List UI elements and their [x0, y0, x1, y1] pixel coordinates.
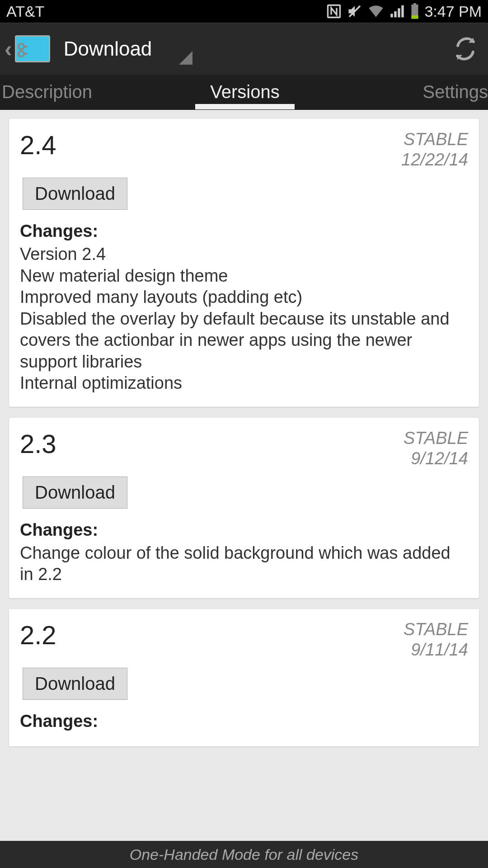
svg-rect-4 — [398, 8, 400, 17]
download-button[interactable]: Download — [23, 668, 127, 700]
footer-bar: One-Handed Mode for all devices — [0, 841, 488, 868]
release-date: 9/11/14 — [404, 640, 468, 660]
wifi-icon — [367, 4, 385, 19]
battery-icon — [410, 3, 420, 19]
changes-heading: Changes: — [20, 520, 468, 540]
tab-bar: Description Versions Settings — [0, 75, 488, 110]
status-icons: 3:47 PM — [326, 3, 482, 20]
clock-label: 3:47 PM — [424, 3, 482, 20]
stability-label: STABLE — [404, 429, 468, 448]
tab-versions[interactable]: Versions — [164, 75, 326, 109]
svg-rect-2 — [391, 14, 393, 17]
status-bar: AT&T 3:47 PM — [0, 0, 488, 23]
refresh-button[interactable] — [452, 35, 479, 62]
download-button[interactable]: Download — [23, 178, 127, 210]
changes-heading: Changes: — [20, 222, 468, 241]
versions-list[interactable]: 2.4 STABLE 12/22/14 Download Changes: Ve… — [0, 110, 488, 841]
action-bar: ‹ Download — [0, 23, 488, 75]
nfc-icon — [326, 3, 342, 19]
version-card: 2.4 STABLE 12/22/14 Download Changes: Ve… — [9, 119, 479, 407]
tab-settings[interactable]: Settings — [326, 75, 488, 109]
svg-point-9 — [19, 44, 24, 49]
tab-description-label: Description — [2, 82, 92, 102]
svg-rect-3 — [394, 11, 397, 17]
svg-rect-8 — [412, 15, 418, 19]
stability-label: STABLE — [404, 620, 468, 639]
page-title: Download — [64, 38, 152, 60]
changes-text: Version 2.4 New material design theme Im… — [20, 244, 468, 394]
version-number: 2.2 — [20, 620, 56, 650]
app-icon[interactable] — [15, 35, 50, 62]
download-button[interactable]: Download — [23, 476, 127, 509]
back-button[interactable]: ‹ — [5, 36, 15, 62]
tab-versions-label: Versions — [210, 82, 279, 102]
svg-rect-6 — [413, 3, 416, 5]
version-number: 2.3 — [20, 429, 56, 459]
version-card: 2.3 STABLE 9/12/14 Download Changes: Cha… — [9, 418, 479, 598]
version-number: 2.4 — [20, 130, 56, 160]
changes-text: Change colour of the solid background wh… — [20, 542, 468, 585]
svg-point-10 — [19, 51, 24, 57]
signal-icon — [389, 4, 405, 19]
release-date: 12/22/14 — [401, 150, 468, 170]
svg-rect-5 — [402, 5, 404, 18]
dropdown-indicator-icon[interactable] — [179, 51, 192, 65]
stability-label: STABLE — [401, 130, 468, 149]
mute-icon — [347, 3, 363, 19]
carrier-label: AT&T — [6, 3, 44, 20]
changes-heading: Changes: — [20, 712, 468, 731]
version-card: 2.2 STABLE 9/11/14 Download Changes: — [9, 609, 479, 746]
tab-settings-label: Settings — [422, 82, 488, 102]
release-date: 9/12/14 — [404, 449, 468, 468]
footer-text: One-Handed Mode for all devices — [130, 846, 359, 863]
tab-description[interactable]: Description — [0, 75, 164, 109]
